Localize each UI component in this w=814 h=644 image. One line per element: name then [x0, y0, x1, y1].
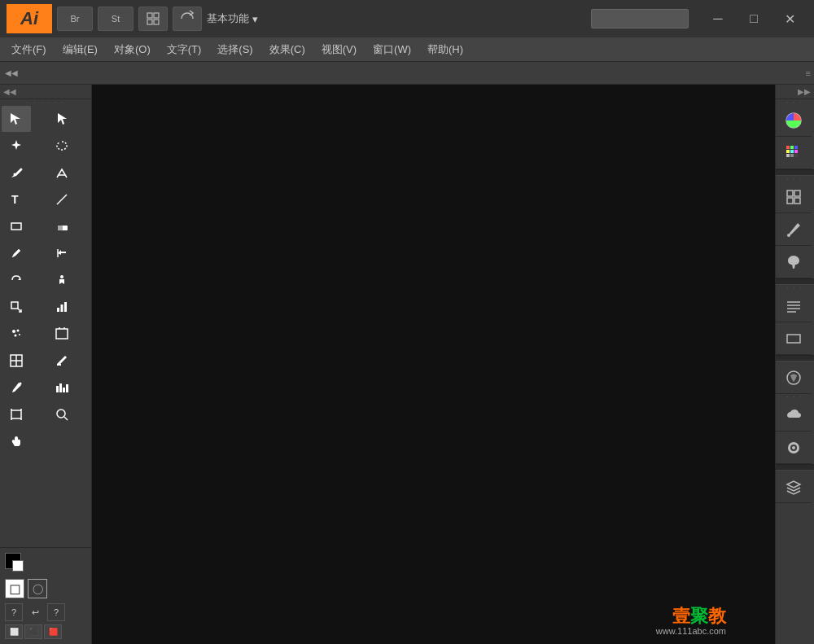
menu-object[interactable]: 对象(O)	[106, 39, 159, 60]
app-logo: Ai	[7, 4, 52, 33]
svg-rect-7	[11, 223, 21, 230]
menu-select[interactable]: 选择(S)	[209, 39, 260, 60]
color-panel-button[interactable]	[776, 104, 812, 137]
menu-file[interactable]: 文件(F)	[3, 39, 55, 60]
anchor-point-tool[interactable]	[47, 160, 77, 186]
maximize-button[interactable]: □	[736, 7, 772, 31]
screen-view[interactable]: ⬛	[24, 624, 42, 639]
lasso-tool[interactable]	[47, 133, 77, 159]
svg-rect-45	[794, 146, 798, 149]
menu-edit[interactable]: 编辑(E)	[55, 39, 106, 60]
svg-line-25	[57, 195, 67, 204]
pencil-tool[interactable]	[2, 240, 31, 266]
svg-rect-35	[57, 364, 61, 366]
main-area: ◀◀ · · · · · · T	[0, 85, 814, 644]
line-tool[interactable]	[47, 186, 77, 212]
symbols-panel-button[interactable]	[776, 246, 812, 278]
close-button[interactable]: ✕	[772, 7, 807, 31]
type-tool[interactable]: T	[2, 186, 31, 212]
direct-selection-tool[interactable]	[47, 106, 77, 132]
svg-rect-2	[147, 20, 152, 24]
svg-rect-1	[154, 13, 159, 18]
svg-rect-3	[154, 20, 159, 24]
menu-text[interactable]: 文字(T)	[159, 39, 210, 60]
svg-rect-52	[787, 191, 793, 196]
stroke-color[interactable]: ◯	[28, 579, 47, 598]
right-panel-collapse[interactable]: ▶▶	[798, 87, 811, 96]
measure-tool[interactable]	[47, 348, 77, 374]
question-small[interactable]: ?	[47, 603, 65, 621]
artboard-tool[interactable]	[2, 401, 31, 427]
effects-panel-button[interactable]	[776, 432, 812, 464]
panel-options[interactable]: ≡	[806, 68, 811, 78]
svg-line-41	[64, 417, 68, 420]
watermark-logo: 壹聚教	[672, 607, 726, 626]
layers-panel-button[interactable]	[776, 471, 812, 503]
tool-column-right	[46, 104, 91, 547]
view-mode-row: ⬜ ⬛ 🟥	[5, 624, 86, 639]
scale-tool[interactable]	[2, 294, 31, 320]
svg-marker-4	[11, 113, 20, 125]
svg-rect-37	[59, 383, 62, 392]
graph-tool[interactable]	[47, 294, 77, 320]
hand-tool[interactable]	[2, 428, 31, 454]
svg-rect-30	[61, 304, 63, 312]
right-divider-4	[776, 464, 814, 471]
watermark-url: www.111abc.com	[656, 626, 726, 636]
search-input[interactable]	[591, 9, 689, 28]
brushes-panel-button[interactable]	[776, 213, 812, 246]
menu-view[interactable]: 视图(V)	[313, 39, 365, 60]
eyedropper-tool[interactable]	[2, 375, 31, 401]
paragraph-panel-button[interactable]	[776, 290, 812, 322]
svg-rect-51	[794, 154, 798, 157]
title-bar: Ai Br St 基本功能 ▾ ─ □ ✕	[0, 0, 814, 37]
puppet-warp-tool[interactable]	[47, 267, 77, 293]
menu-effect[interactable]: 效果(C)	[261, 39, 313, 60]
menu-window[interactable]: 窗口(W)	[365, 39, 419, 60]
appearance-panel-button[interactable]	[776, 361, 812, 394]
svg-rect-0	[147, 13, 152, 18]
window-controls: ─ □ ✕	[700, 7, 807, 31]
creative-cloud-button[interactable]	[776, 399, 812, 432]
normal-view[interactable]: ⬜	[5, 624, 23, 639]
foreground-color[interactable]	[5, 553, 21, 569]
tool-column-left: T	[0, 104, 46, 547]
workspace-layout-icon[interactable]	[138, 7, 168, 31]
svg-rect-31	[64, 302, 67, 312]
canvas-area[interactable]: 壹聚教 www.111abc.com	[92, 85, 775, 644]
left-panel-collapse[interactable]: ◀◀	[3, 87, 16, 96]
shape-panel-button[interactable]	[776, 322, 812, 355]
right-panel-header: ▶▶	[776, 85, 814, 99]
rotate-tool[interactable]	[2, 267, 31, 293]
minimize-button[interactable]: ─	[700, 7, 736, 31]
fill-color[interactable]: ◻	[5, 579, 24, 598]
transform-panel-button[interactable]	[776, 181, 812, 213]
toolbar-collapse-left[interactable]: ◀◀	[3, 65, 20, 81]
slice-tool[interactable]	[2, 348, 31, 374]
svg-point-13	[19, 334, 20, 335]
artboard2-tool[interactable]	[47, 321, 77, 347]
svg-rect-39	[66, 384, 68, 392]
eraser-tool[interactable]	[47, 213, 77, 239]
pen-tool[interactable]	[2, 160, 31, 186]
symbol-sprayer-tool[interactable]	[2, 321, 31, 347]
svg-rect-27	[58, 226, 63, 230]
full-screen-view[interactable]: 🟥	[44, 624, 62, 639]
background-color[interactable]	[12, 560, 24, 572]
workspace-selector[interactable]: 基本功能 ▾	[207, 11, 258, 26]
rotate-icon[interactable]	[173, 7, 202, 31]
menu-help[interactable]: 帮助(H)	[419, 39, 471, 60]
selection-tool[interactable]	[2, 106, 31, 132]
question-button[interactable]: ?	[5, 603, 23, 621]
rect-tool[interactable]	[2, 213, 31, 239]
column-graph-tool[interactable]	[47, 375, 77, 401]
magic-wand-tool[interactable]	[2, 133, 31, 159]
swatches-panel-button[interactable]	[776, 137, 812, 169]
bridge-button[interactable]: Br	[57, 7, 93, 31]
reflect-tool[interactable]	[47, 240, 77, 266]
svg-rect-48	[794, 150, 798, 153]
svg-rect-38	[63, 388, 65, 392]
zoom-tool[interactable]	[47, 401, 77, 427]
undo-button[interactable]: ↩	[26, 603, 44, 621]
stock-button[interactable]: St	[98, 7, 133, 31]
